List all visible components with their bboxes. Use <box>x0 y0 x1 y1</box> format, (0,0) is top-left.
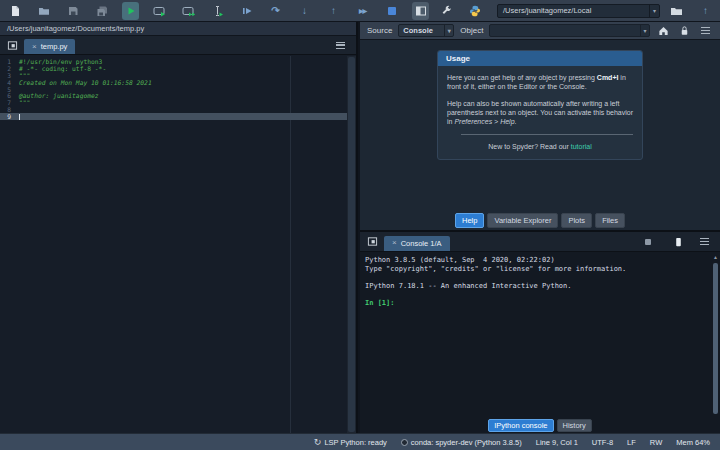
code-text: Created on Mon May 10 01:16:58 2021 <box>16 79 152 86</box>
lock-icon[interactable] <box>677 25 692 36</box>
debug-step-out-icon[interactable]: ↑ <box>325 2 342 20</box>
scroll-up-icon[interactable]: ▲ <box>712 254 719 260</box>
conda-icon <box>401 439 408 446</box>
home-icon[interactable] <box>656 25 671 36</box>
run-cell-icon[interactable] <box>151 2 168 20</box>
tab-plots[interactable]: Plots <box>561 213 592 228</box>
status-label: RW <box>650 438 662 447</box>
usage-body: Here you can get help of any object by p… <box>438 66 642 159</box>
close-icon[interactable]: × <box>32 43 37 51</box>
square-glyph <box>645 239 651 245</box>
stop-square-glyph <box>388 7 396 15</box>
code-line[interactable]: 9 <box>0 113 347 120</box>
code-editor[interactable]: 1#!/usr/bin/env python32# -*- coding: ut… <box>0 56 356 433</box>
preferences-wrench-icon[interactable] <box>437 2 454 20</box>
cell-play-advance-glyph <box>182 5 195 17</box>
tab-files[interactable]: Files <box>595 213 625 228</box>
open-file-icon[interactable] <box>35 2 52 20</box>
console-scrollbar-slider[interactable] <box>713 263 718 414</box>
new-file-glyph <box>9 5 21 17</box>
chevron-down-icon[interactable]: ▾ <box>649 5 659 17</box>
object-combobox[interactable]: ▾ <box>489 24 650 37</box>
code-line[interactable]: 6@author: juanitagomez <box>0 92 347 99</box>
status-lsp-python-ready: ↻LSP Python: ready <box>314 438 387 447</box>
python-path-icon[interactable] <box>466 2 483 20</box>
editor-scrollbar-slider[interactable] <box>348 57 355 432</box>
editor-pane: /Users/juanitagomez/Documents/temp.py × … <box>0 22 358 433</box>
code-line[interactable]: 3""" <box>0 72 347 79</box>
usage-card: Usage Here you can get help of any objec… <box>437 50 643 160</box>
code-line[interactable]: 5 <box>0 86 347 93</box>
help-content: Usage Here you can get help of any objec… <box>360 40 720 213</box>
help-options-menu-icon[interactable] <box>698 27 713 34</box>
run-file-icon[interactable] <box>122 2 139 20</box>
tab-temp-py[interactable]: × temp.py <box>24 39 75 54</box>
console-scrollbar[interactable]: ▲ <box>712 254 719 418</box>
status-rw: RW <box>650 438 662 447</box>
play-glyph <box>126 6 136 16</box>
save-all-icon[interactable] <box>93 2 110 20</box>
status-line-9-col-1: Line 9, Col 1 <box>536 438 578 447</box>
run-cell-advance-icon[interactable] <box>180 2 197 20</box>
editor-scrollbar[interactable] <box>347 56 356 433</box>
debug-continue-icon[interactable]: ▶▶ <box>354 2 371 20</box>
debug-step-icon[interactable]: ↷ <box>267 2 284 20</box>
debug-step-into-icon[interactable]: ↓ <box>296 2 313 20</box>
console-prompt: In [1]: <box>365 299 395 307</box>
chevron-down-icon[interactable]: ▾ <box>640 25 649 36</box>
clipboard-glyph <box>673 236 684 248</box>
working-directory-value: /Users/juanitagomez/Local <box>503 6 591 15</box>
console-body[interactable]: Python 3.8.5 (default, Sep 4 2020, 02:22… <box>360 252 720 420</box>
status-label: Mem 64% <box>676 438 710 447</box>
browse-tabs-icon[interactable] <box>4 38 20 52</box>
browse-tabs-icon[interactable] <box>364 235 380 249</box>
shortcut-key: Cmd+I <box>597 74 619 81</box>
tutorial-link[interactable]: tutorial <box>571 143 592 150</box>
browse-directory-icon[interactable] <box>668 2 685 20</box>
status-lf: LF <box>627 438 636 447</box>
clipboard-icon[interactable] <box>670 235 686 249</box>
run-selection-icon[interactable] <box>209 2 226 20</box>
interrupt-kernel-icon[interactable] <box>640 235 656 249</box>
editor-options-menu-icon[interactable] <box>332 38 348 52</box>
source-dropdown[interactable]: Console ▾ <box>398 24 454 37</box>
hamburger-glyph <box>700 238 709 245</box>
wrench-glyph <box>440 5 452 17</box>
stop-debug-icon[interactable] <box>383 2 400 20</box>
tab-help[interactable]: Help <box>455 213 484 228</box>
code-line[interactable]: 2# -*- coding: utf-8 -*- <box>0 65 347 72</box>
save-icon[interactable] <box>64 2 81 20</box>
window-glyph <box>7 40 18 51</box>
status-utf-8: UTF-8 <box>592 438 613 447</box>
hamburger-glyph <box>701 27 710 34</box>
parent-directory-icon[interactable]: ↑ <box>697 2 714 20</box>
tab-ipython-console[interactable]: IPython console <box>488 419 553 432</box>
code-line[interactable]: 8 <box>0 106 347 113</box>
open-folder-glyph <box>38 5 50 17</box>
working-directory-combobox[interactable]: /Users/juanitagomez/Local ▾ <box>497 4 660 18</box>
status-label: LSP Python: ready <box>324 438 386 447</box>
usage-paragraph-1: Here you can get help of any object by p… <box>447 73 633 91</box>
breadcrumb-path: /Users/juanitagomez/Documents/temp.py <box>7 24 144 33</box>
debug-file-icon[interactable] <box>238 2 255 20</box>
editor-tabbar: × temp.py <box>0 36 356 55</box>
chevron-down-icon[interactable]: ▾ <box>444 25 453 36</box>
tab-console-1a[interactable]: × Console 1/A <box>384 236 450 251</box>
debug-play-glyph <box>241 5 253 17</box>
console-bottom-tabs: IPython consoleHistory <box>360 419 720 432</box>
code-line[interactable]: 4Created on Mon May 10 01:16:58 2021 <box>0 79 347 86</box>
status-conda-spyder-dev-python-3-8-5-: conda: spyder-dev (Python 3.8.5) <box>401 438 522 447</box>
new-file-icon[interactable] <box>6 2 23 20</box>
tab-variable-explorer[interactable]: Variable Explorer <box>487 213 558 228</box>
status-bar: ↻LSP Python: readyconda: spyder-dev (Pyt… <box>0 433 720 450</box>
console-banner: Python 3.8.5 (default, Sep 4 2020, 02:22… <box>365 256 626 290</box>
maximize-pane-icon[interactable] <box>412 2 429 20</box>
tab-history[interactable]: History <box>557 419 592 432</box>
code-line[interactable]: 1#!/usr/bin/env python3 <box>0 58 347 65</box>
code-line[interactable]: 7""" <box>0 99 347 106</box>
source-value: Console <box>403 26 433 35</box>
usage-title: Usage <box>438 51 642 66</box>
close-icon[interactable]: × <box>392 239 397 247</box>
console-output: Python 3.8.5 (default, Sep 4 2020, 02:22… <box>360 252 720 308</box>
console-options-menu-icon[interactable] <box>696 235 712 249</box>
